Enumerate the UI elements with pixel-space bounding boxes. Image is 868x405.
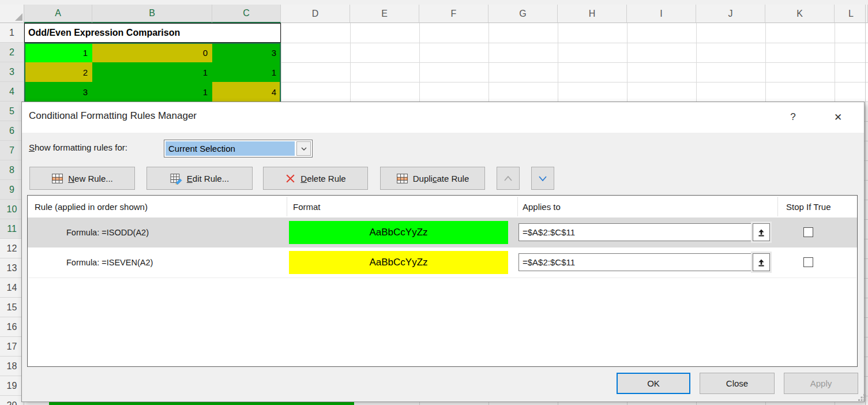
row-header-11[interactable]: 11 [0,219,24,239]
column-header-stop-if-true: Stop If True [786,196,831,217]
row-header-16[interactable]: 16 [0,317,24,337]
help-button[interactable]: ? [784,109,802,125]
column-header-rule: Rule (applied in order shown) [35,196,148,217]
row-header-4[interactable]: 4 [0,82,24,102]
delete-rule-button[interactable]: Delete Rule [263,167,368,190]
column-header-A[interactable]: A [24,5,92,23]
scrollbar-edge-line [865,5,866,405]
cell-B3[interactable]: 1 [92,62,212,82]
rules-list: Rule (applied in order shown) Format App… [27,195,858,367]
column-divider [287,197,287,216]
cell-A4[interactable]: 3 [24,82,92,102]
row-header-18[interactable]: 18 [0,357,24,376]
column-header-I[interactable]: I [627,5,696,23]
dropdown-arrow-button[interactable] [296,141,311,156]
row-header-1[interactable]: 1 [0,23,24,43]
resize-grip[interactable] [858,393,866,402]
column-header-J[interactable]: J [696,5,765,23]
show-formatting-rules-label: Show formatting rules for: [29,142,127,152]
excel-window: ABCDEFGHIJKL1234567891011121314151617181… [0,0,868,405]
dialog-titlebar[interactable]: Conditional Formatting Rules Manager ? ✕ [22,102,864,133]
collapse-dialog-range-button[interactable] [753,253,770,271]
cell-B2[interactable]: 0 [92,43,212,62]
column-header-H[interactable]: H [558,5,627,23]
chevron-down-icon [539,176,547,181]
delete-rule-label: Delete Rule [300,174,345,183]
row-header-9[interactable]: 9 [0,180,24,200]
ok-button[interactable]: OK [617,373,690,394]
applies-to-input[interactable] [518,223,751,241]
applies-to-input[interactable] [518,253,751,271]
format-preview-swatch: AaBbCcYyZz [289,221,508,244]
column-header-B[interactable]: B [92,5,212,23]
duplicate-table-icon [396,172,408,185]
edit-rule-button[interactable]: Edit Rule... [146,167,253,190]
collapse-dialog-range-button[interactable] [753,223,770,241]
new-rule-label: New Rule... [68,174,113,183]
resize-grip-dots-icon [858,393,866,402]
cell-C3[interactable]: 1 [212,62,281,82]
column-header-G[interactable]: G [489,5,558,23]
close-button[interactable]: Close [700,373,775,394]
new-rule-table-icon [51,172,63,185]
formula-bar-edge [0,0,868,5]
move-rule-up-button[interactable] [497,167,520,190]
cell-C4[interactable]: 4 [212,82,281,102]
apply-button[interactable]: Apply [784,373,858,394]
row-header-12[interactable]: 12 [0,239,24,258]
column-divider [777,197,778,216]
conditional-formatting-rules-manager-dialog: Conditional Formatting Rules Manager ? ✕… [21,102,865,402]
stop-if-true-checkbox[interactable] [803,257,813,267]
row-header-15[interactable]: 15 [0,298,24,317]
row-header-20[interactable]: 20 [0,396,24,405]
delete-x-icon [285,173,296,184]
rule-formula-text: Formula: =ISEVEN(A2) [66,247,153,278]
column-header-E[interactable]: E [350,5,419,23]
row-header-14[interactable]: 14 [0,278,24,298]
dialog-title: Conditional Formatting Rules Manager [29,110,197,122]
row-header-19[interactable]: 19 [0,376,24,396]
column-header-format: Format [293,196,321,217]
row-header-13[interactable]: 13 [0,258,24,278]
row-header-6[interactable]: 6 [0,121,24,141]
column-header-D[interactable]: D [281,5,350,23]
row-header-10[interactable]: 10 [0,200,24,219]
new-rule-button[interactable]: New Rule... [29,167,135,190]
rule-row-iseven[interactable]: Formula: =ISEVEN(A2) AaBbCcYyZz [28,247,857,278]
row-header-3[interactable]: 3 [0,62,24,82]
edit-rule-pencil-icon [170,172,182,185]
duplicate-rule-button[interactable]: Duplicate Rule [380,167,485,190]
column-divider [517,197,518,216]
collapse-up-arrow-icon [757,258,766,267]
row20-formatted-cells[interactable] [49,402,354,405]
row-header-17[interactable]: 17 [0,337,24,357]
rule-row-isodd[interactable]: Formula: =ISODD(A2) AaBbCcYyZz [28,217,857,247]
close-icon[interactable]: ✕ [829,109,847,125]
cell-C2[interactable]: 3 [212,43,281,62]
rule-formula-text: Formula: =ISODD(A2) [66,217,149,247]
row-header-2[interactable]: 2 [0,43,24,62]
cell-B4[interactable]: 1 [92,82,212,102]
move-rule-down-button[interactable] [531,167,554,190]
row-separator [28,278,856,278]
select-all-corner[interactable] [0,5,24,23]
cell-A2[interactable]: 1 [24,43,92,62]
chevron-down-icon [301,147,307,151]
stop-if-true-checkbox[interactable] [803,227,813,237]
column-header-C[interactable]: C [212,5,281,23]
collapse-up-arrow-icon [757,228,766,237]
show-rules-for-dropdown[interactable]: Current Selection [164,140,313,158]
column-header-F[interactable]: F [419,5,489,23]
duplicate-rule-label: Duplicate Rule [413,174,469,183]
column-header-K[interactable]: K [765,5,835,23]
row-header-7[interactable]: 7 [0,141,24,160]
chevron-up-icon [504,176,512,181]
cell-A1-title[interactable]: Odd/Even Expression Comparison [24,23,281,43]
row-header-8[interactable]: 8 [0,160,24,180]
format-preview-swatch: AaBbCcYyZz [289,251,508,274]
row-header-5[interactable]: 5 [0,102,24,121]
column-header-applies-to: Applies to [523,196,561,217]
select-all-triangle-icon [15,13,22,21]
column-header-L[interactable]: L [835,5,868,23]
cell-A3[interactable]: 2 [24,62,92,82]
